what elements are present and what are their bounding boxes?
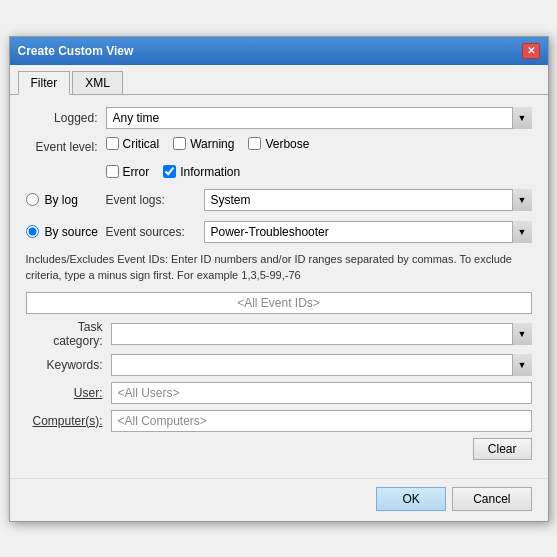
user-field <box>111 382 532 404</box>
checkboxes-row1: Critical Warning Verbose <box>106 137 532 151</box>
logged-row: Logged: Any time Last hour Last 12 hours… <box>26 107 532 129</box>
dialog-title: Create Custom View <box>18 44 134 58</box>
task-category-select[interactable] <box>111 323 532 345</box>
computers-label: Computer(s): <box>26 414 111 428</box>
error-checkbox[interactable] <box>106 165 119 178</box>
by-log-label: By log <box>45 193 78 207</box>
verbose-label: Verbose <box>265 137 309 151</box>
user-row: User: <box>26 382 532 404</box>
task-category-select-wrapper: ▼ <box>111 323 532 345</box>
warning-label: Warning <box>190 137 234 151</box>
logged-select[interactable]: Any time Last hour Last 12 hours Last 24… <box>106 107 532 129</box>
tab-bar: Filter XML <box>10 65 548 95</box>
user-label: User: <box>26 386 111 400</box>
logged-select-wrapper: Any time Last hour Last 12 hours Last 24… <box>106 107 532 129</box>
radio-group: By log Event logs: System Application Se… <box>26 189 532 243</box>
event-sources-select-wrapper: Power-Troubleshooter Other ▼ <box>204 221 532 243</box>
by-log-radio[interactable] <box>26 193 39 206</box>
event-logs-label: Event logs: <box>106 193 196 207</box>
tab-xml[interactable]: XML <box>72 71 123 94</box>
task-category-label: Task category: <box>26 320 111 348</box>
information-label: Information <box>180 165 240 179</box>
by-log-content: Event logs: System Application Security … <box>106 189 532 211</box>
by-source-radio[interactable] <box>26 225 39 238</box>
checkboxes-row2: Error Information <box>106 165 532 179</box>
event-sources-label: Event sources: <box>106 225 196 239</box>
event-ids-row <box>26 292 532 314</box>
task-category-row: Task category: ▼ <box>26 320 532 348</box>
clear-button[interactable]: Clear <box>473 438 532 460</box>
checkbox-verbose: Verbose <box>248 137 309 151</box>
checkbox-warning: Warning <box>173 137 234 151</box>
logged-label: Logged: <box>26 111 106 125</box>
user-input[interactable] <box>111 382 532 404</box>
critical-checkbox[interactable] <box>106 137 119 150</box>
error-label: Error <box>123 165 150 179</box>
keywords-row: Keywords: ▼ <box>26 354 532 376</box>
by-source-row: By source Event sources: Power-Troublesh… <box>26 221 532 243</box>
checkbox-critical: Critical <box>106 137 160 151</box>
footer-button-bar: OK Cancel <box>10 478 548 521</box>
event-level-label: Event level: <box>26 140 106 154</box>
by-source-content: Event sources: Power-Troubleshooter Othe… <box>106 221 532 243</box>
computers-row: Computer(s): <box>26 410 532 432</box>
event-logs-select-wrapper: System Application Security Setup Forwar… <box>204 189 532 211</box>
critical-label: Critical <box>123 137 160 151</box>
checkbox-error: Error <box>106 165 150 179</box>
verbose-checkbox[interactable] <box>248 137 261 150</box>
by-source-label: By source <box>45 225 98 239</box>
description-text: Includes/Excludes Event IDs: Enter ID nu… <box>26 251 532 284</box>
event-sources-select[interactable]: Power-Troubleshooter Other <box>204 221 532 243</box>
keywords-select-wrapper: ▼ <box>111 354 532 376</box>
checkbox-information: Information <box>163 165 240 179</box>
event-logs-select[interactable]: System Application Security Setup Forwar… <box>204 189 532 211</box>
by-source-radio-label: By source <box>26 225 106 239</box>
clear-row: Clear <box>26 438 532 460</box>
computers-input[interactable] <box>111 410 532 432</box>
close-button[interactable]: ✕ <box>522 43 540 59</box>
keywords-label: Keywords: <box>26 358 111 372</box>
filter-content: Logged: Any time Last hour Last 12 hours… <box>10 95 548 478</box>
information-checkbox[interactable] <box>163 165 176 178</box>
cancel-button[interactable]: Cancel <box>452 487 531 511</box>
by-log-row: By log Event logs: System Application Se… <box>26 189 532 211</box>
event-level-label-row: Event level: Critical Warning Verbose <box>26 137 532 157</box>
warning-checkbox[interactable] <box>173 137 186 150</box>
create-custom-view-dialog: Create Custom View ✕ Filter XML Logged: … <box>9 36 549 522</box>
event-ids-input[interactable] <box>26 292 532 314</box>
ok-button[interactable]: OK <box>376 487 446 511</box>
keywords-select[interactable] <box>111 354 532 376</box>
tab-filter[interactable]: Filter <box>18 71 71 95</box>
by-log-radio-label: By log <box>26 193 106 207</box>
computers-field <box>111 410 532 432</box>
title-bar: Create Custom View ✕ <box>10 37 548 65</box>
